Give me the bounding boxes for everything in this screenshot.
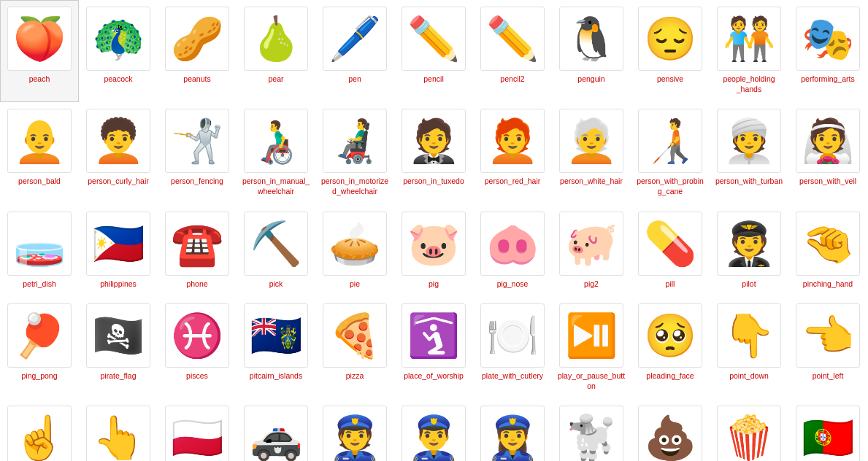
emoji-box: 👮‍♂️	[402, 406, 466, 461]
list-item[interactable]: ✏️pencil	[394, 0, 473, 102]
list-item[interactable]: 🧑‍✈️pilot	[710, 205, 788, 298]
emoji-character: ⏯️	[565, 314, 618, 357]
list-item[interactable]: 🧑‍🦰person_red_hair	[473, 102, 552, 204]
emoji-box: 🇵🇭	[86, 212, 150, 276]
list-item[interactable]: 🤏pinching_hand	[788, 205, 867, 298]
list-item[interactable]: 🤺person_fencing	[158, 102, 237, 204]
emoji-label: pirate_flag	[100, 371, 136, 381]
list-item[interactable]: 🇵🇱poland	[158, 399, 237, 461]
emoji-label: place_of_worship	[404, 371, 464, 381]
emoji-character: 🧑‍🦯	[644, 120, 696, 162]
list-item[interactable]: 🥺pleading_face	[631, 297, 710, 399]
emoji-character: 🍐	[250, 18, 302, 60]
emoji-box: 💊	[638, 212, 702, 276]
list-item[interactable]: 👨‍🦼person_in_motorized_wheelchair	[315, 102, 394, 204]
emoji-box: 🐖	[559, 212, 623, 276]
list-item[interactable]: 🍽️plate_with_cutlery	[473, 297, 552, 399]
emoji-box: 🖊️	[323, 7, 387, 71]
emoji-box: 🇵🇹	[796, 406, 860, 461]
emoji-character: 👈	[802, 314, 854, 357]
emoji-character: 🧫	[13, 222, 66, 265]
list-item[interactable]: 🍕pizza	[315, 297, 394, 399]
list-item[interactable]: 🇵🇭philippines	[79, 205, 158, 298]
emoji-box: ☝️	[7, 406, 72, 461]
emoji-box: 🛐	[402, 303, 466, 368]
list-item[interactable]: 🇵🇹portugal	[788, 399, 867, 461]
list-item[interactable]: 👈point_left	[788, 297, 867, 399]
list-item[interactable]: 🧑‍🦱person_curly_hair	[79, 102, 158, 204]
list-item[interactable]: 👨‍🦽person_in_manual_wheelchair	[237, 102, 315, 204]
list-item[interactable]: 🐖pig2	[552, 205, 631, 298]
emoji-character: 🇵🇳	[250, 314, 302, 357]
emoji-box: 👆	[86, 406, 150, 461]
list-item[interactable]: 👰person_with_veil	[788, 102, 867, 204]
emoji-box: 🧑‍🦳	[559, 109, 623, 173]
list-item[interactable]: 👮‍♀️policewoman	[473, 399, 552, 461]
list-item[interactable]: ☎️phone	[158, 205, 237, 298]
emoji-character: 👇	[723, 314, 775, 357]
emoji-box: 👨‍🦼	[323, 109, 387, 173]
list-item[interactable]: ✏️pencil2	[473, 0, 552, 102]
list-item[interactable]: 🧑‍🦲person_bald	[0, 102, 79, 204]
list-item[interactable]: ♓pisces	[158, 297, 237, 399]
list-item[interactable]: 🍿popcorn	[710, 399, 788, 461]
emoji-character: 👨‍🦼	[329, 120, 381, 162]
emoji-label: pinching_hand	[803, 279, 853, 290]
list-item[interactable]: 🦚peacock	[79, 0, 158, 102]
list-item[interactable]: 🥜peanuts	[158, 0, 237, 102]
emoji-label: person_white_hair	[560, 177, 623, 187]
emoji-box: 🐷	[402, 212, 466, 276]
list-item[interactable]: 👮‍♂️policeman	[394, 399, 473, 461]
emoji-label: pitcairn_islands	[250, 371, 302, 381]
emoji-grid: 🍑peach🦚peacock🥜peanuts🍐pear🖊️pen✏️pencil…	[0, 0, 868, 461]
list-item[interactable]: 🧑‍🦳person_white_hair	[552, 102, 631, 204]
list-item[interactable]: 🛐place_of_worship	[394, 297, 473, 399]
emoji-box: 🚓	[244, 406, 308, 461]
emoji-box: 👈	[796, 303, 860, 368]
list-item[interactable]: 🧑‍🤝‍🧑people_holding _hands	[710, 0, 788, 102]
list-item[interactable]: ☝️point_up	[0, 399, 79, 461]
emoji-character: 🇵🇹	[802, 417, 854, 459]
list-item[interactable]: 🇵🇳pitcairn_islands	[237, 297, 315, 399]
emoji-character: 👮‍♀️	[486, 417, 539, 459]
emoji-character: 💊	[644, 222, 696, 265]
list-item[interactable]: 🥧pie	[315, 205, 394, 298]
list-item[interactable]: 🍑peach	[0, 0, 79, 102]
list-item[interactable]: 👆point_up_2	[79, 399, 158, 461]
list-item[interactable]: 💊pill	[631, 205, 710, 298]
emoji-box: 🥜	[165, 7, 229, 71]
list-item[interactable]: 🤵person_in_tuxedo	[394, 102, 473, 204]
list-item[interactable]: 🏴‍☠️pirate_flag	[79, 297, 158, 399]
list-item[interactable]: ⏯️play_or_pause_button	[552, 297, 631, 399]
list-item[interactable]: 🚓police_car	[237, 399, 315, 461]
list-item[interactable]: 🧑‍🦯person_with_probing_cane	[631, 102, 710, 204]
emoji-box: 👮‍♀️	[480, 406, 545, 461]
list-item[interactable]: ⛏️pick	[237, 205, 315, 298]
list-item[interactable]: 🐧penguin	[552, 0, 631, 102]
list-item[interactable]: 🐷pig	[394, 205, 473, 298]
emoji-box: 🍽️	[480, 303, 545, 368]
emoji-box: ✏️	[480, 7, 545, 71]
list-item[interactable]: 🎭performing_arts	[788, 0, 867, 102]
emoji-label: pill	[666, 279, 675, 290]
list-item[interactable]: 🧫petri_dish	[0, 205, 79, 298]
emoji-box: 🐧	[559, 7, 623, 71]
emoji-box: 👳	[717, 109, 781, 173]
emoji-box: 🧑‍🦰	[480, 109, 545, 173]
list-item[interactable]: 💩poop	[631, 399, 710, 461]
emoji-label: person_fencing	[171, 177, 223, 187]
list-item[interactable]: 👮police_officer	[315, 399, 394, 461]
list-item[interactable]: 🐽pig_nose	[473, 205, 552, 298]
emoji-label: person_in_motorized_wheelchair	[320, 177, 390, 196]
emoji-character: 🛐	[407, 314, 460, 357]
list-item[interactable]: 🏓ping_pong	[0, 297, 79, 399]
list-item[interactable]: 👇point_down	[710, 297, 788, 399]
list-item[interactable]: 🖊️pen	[315, 0, 394, 102]
emoji-character: 🤺	[171, 120, 223, 162]
list-item[interactable]: 🍐pear	[237, 0, 315, 102]
list-item[interactable]: 😔pensive	[631, 0, 710, 102]
emoji-character: 🥜	[171, 18, 223, 60]
list-item[interactable]: 🐩poodle	[552, 399, 631, 461]
list-item[interactable]: 👳person_with_turban	[710, 102, 788, 204]
emoji-label: pig	[429, 279, 439, 290]
